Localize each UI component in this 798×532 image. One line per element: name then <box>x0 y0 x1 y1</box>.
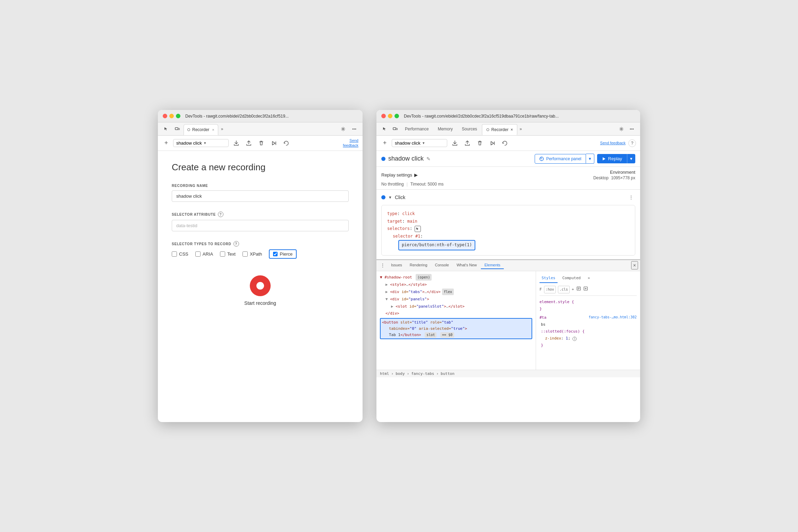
replay-btn[interactable]: Replay <box>597 154 627 163</box>
import-recording-btn[interactable] <box>244 138 254 148</box>
inspect-element-icon[interactable] <box>577 286 581 293</box>
devtools-tabs-more[interactable]: ⋮ <box>379 261 387 269</box>
tabs-div-line[interactable]: ▶ <div id="tabs">…</div>flex <box>380 289 532 296</box>
selector-types-help-icon[interactable]: ? <box>234 241 239 247</box>
selector-attr-help-icon[interactable]: ? <box>218 212 223 217</box>
right-more-btn[interactable] <box>627 124 637 134</box>
right-add-btn[interactable]: + <box>381 139 389 147</box>
xpath-checkbox[interactable] <box>243 251 248 257</box>
right-delete-btn[interactable] <box>475 138 485 148</box>
breadcrumb-html[interactable]: html <box>380 371 389 376</box>
slotted-focus-rule: ::slotted(:focus) { <box>541 329 585 334</box>
performance-panel-label: Performance panel <box>546 156 581 161</box>
performance-panel-dropdown-btn[interactable]: ▾ <box>586 154 594 164</box>
close-button-right[interactable] <box>381 114 386 118</box>
pierce-checkbox[interactable] <box>273 252 278 256</box>
device-toolbar-btn[interactable] <box>172 124 182 134</box>
right-device-toolbar[interactable] <box>390 124 400 134</box>
xpath-checkbox-item[interactable]: XPath <box>243 251 262 257</box>
shadow-root-line[interactable]: ▼ #shadow-root (open) <box>380 274 532 281</box>
cursor-tool-btn[interactable] <box>161 124 171 134</box>
export-recording-btn[interactable] <box>231 138 241 148</box>
recording-selector[interactable]: shadow click ▾ <box>173 139 229 147</box>
delete-recording-btn[interactable] <box>256 138 266 148</box>
nav-tab-sources[interactable]: Sources <box>458 125 481 133</box>
hov-state-btn[interactable]: :hov <box>544 286 556 293</box>
aria-checkbox-item[interactable]: ARIA <box>195 251 213 257</box>
highlighted-button-element[interactable]: <button slot="title" role="tab" tabindex… <box>380 318 532 339</box>
add-recording-btn[interactable]: + <box>162 139 170 147</box>
breadcrumb-button[interactable]: button <box>441 371 455 376</box>
replay-settings-toggle[interactable]: Replay settings ▶ <box>381 172 418 178</box>
svg-point-3 <box>353 128 354 129</box>
pierce-checkbox-item[interactable]: Pierce <box>269 249 297 259</box>
performance-panel-btn[interactable]: Performance panel <box>535 154 586 164</box>
svg-point-11 <box>631 128 633 129</box>
devtools-tab-issues[interactable]: Issues <box>388 261 406 269</box>
start-recording-button[interactable] <box>250 275 271 296</box>
recorder-tab[interactable]: Recorder × <box>184 124 218 135</box>
text-checkbox-item[interactable]: Text <box>220 251 236 257</box>
selector-attr-input[interactable] <box>172 220 349 231</box>
devtools-tab-elements[interactable]: Elements <box>481 261 504 269</box>
right-step-replay-btn[interactable] <box>487 138 497 148</box>
recorder-header: shadow click ✎ Performance panel ▾ Repla… <box>376 151 640 167</box>
add-style-icon[interactable]: + <box>572 286 574 293</box>
svg-point-9 <box>621 128 622 130</box>
fancy-tabs-source[interactable]: fancy-tabs-…mo.html:302 <box>589 314 637 321</box>
right-send-feedback[interactable]: Send feedback <box>600 141 626 145</box>
nav-tab-performance[interactable]: Performance <box>401 125 433 133</box>
right-cursor-tool[interactable] <box>380 124 390 134</box>
recording-name-input[interactable] <box>172 190 349 202</box>
elements-tree: ▼ #shadow-root (open) ▶ <style>…</style>… <box>376 271 536 370</box>
style-elem-line[interactable]: ▶ <style>…</style> <box>380 281 532 289</box>
right-settings-btn[interactable] <box>617 124 626 134</box>
maximize-button-left[interactable] <box>176 114 180 118</box>
devtools-tab-rendering[interactable]: Rendering <box>406 261 431 269</box>
devtools-more-btn[interactable] <box>349 124 359 134</box>
css-checkbox[interactable] <box>172 251 177 257</box>
maximize-button-right[interactable] <box>394 114 399 118</box>
devtools-tab-whats-new[interactable]: What's New <box>453 261 480 269</box>
recorder-tab-close[interactable]: × <box>212 128 214 132</box>
throttling-value: No throttling <box>381 182 404 187</box>
replay-dropdown-btn[interactable]: ▾ <box>627 154 635 163</box>
close-button-left[interactable] <box>163 114 167 118</box>
cls-state-btn[interactable]: .cls <box>558 286 570 293</box>
text-checkbox[interactable] <box>220 251 225 257</box>
right-loop-replay-btn[interactable] <box>500 138 510 148</box>
aria-checkbox[interactable] <box>195 251 201 257</box>
nav-tab-recorder[interactable]: Recorder × <box>482 124 517 135</box>
css-checkbox-item[interactable]: CSS <box>172 251 188 257</box>
tab-overflow-btn[interactable]: » <box>220 126 225 132</box>
send-feedback-link-left[interactable]: Send feedback <box>343 138 358 147</box>
nav-tab-memory[interactable]: Memory <box>434 125 457 133</box>
step-more-btn[interactable]: ⋮ <box>627 193 635 201</box>
right-recording-selector[interactable]: shadow click ▾ <box>392 139 447 147</box>
step-replay-btn[interactable] <box>269 138 279 148</box>
ta-selector: #ta <box>540 314 546 321</box>
panels-close-line[interactable]: </div> <box>380 310 532 317</box>
panels-div-line[interactable]: ▼ <div id="panels"> <box>380 296 532 303</box>
minimize-button-left[interactable] <box>169 114 174 118</box>
minimize-button-right[interactable] <box>388 114 392 118</box>
edit-recording-name-icon[interactable]: ✎ <box>426 156 431 162</box>
new-style-rule-icon[interactable] <box>584 286 588 293</box>
panels-slot-line[interactable]: ▶ <slot id="panelsSlot">…</slot> <box>380 303 532 310</box>
devtools-panel-close-btn[interactable]: × <box>631 261 638 269</box>
breadcrumb-body[interactable]: body <box>396 371 405 376</box>
styles-tabs-overflow[interactable]: » <box>586 274 592 283</box>
right-help-btn[interactable]: ? <box>628 139 636 147</box>
devtools-tab-console[interactable]: Console <box>432 261 452 269</box>
nav-more-btn[interactable]: » <box>518 126 523 132</box>
devtools-settings-btn[interactable] <box>338 124 348 134</box>
right-export-btn[interactable] <box>450 138 460 148</box>
right-import-btn[interactable] <box>462 138 472 148</box>
z-index-info-icon[interactable]: i <box>572 337 577 341</box>
breadcrumb-fancy-tabs[interactable]: fancy-tabs <box>411 371 434 376</box>
styles-tab-computed[interactable]: Computed <box>560 274 583 283</box>
loop-replay-btn[interactable] <box>281 138 291 148</box>
right-recorder-tab-close[interactable]: × <box>510 127 513 132</box>
step-expand-icon[interactable]: ▼ <box>388 195 392 199</box>
styles-tab-styles[interactable]: Styles <box>540 274 558 283</box>
